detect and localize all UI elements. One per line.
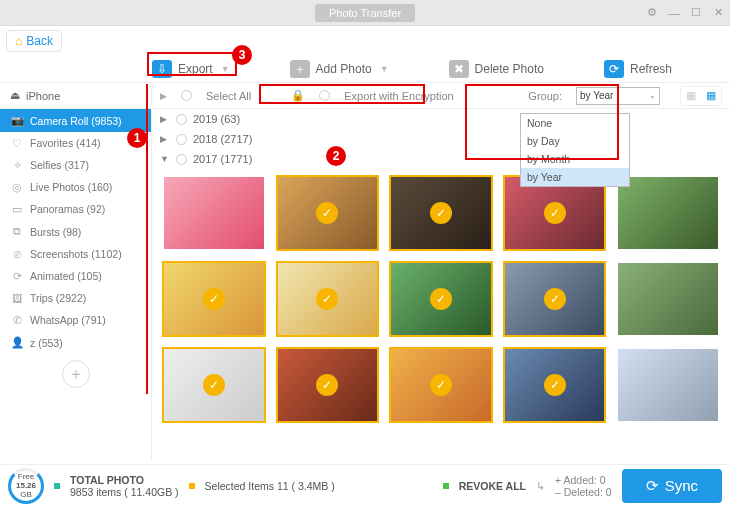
sidebar-item[interactable]: ⧉Bursts (98) <box>0 220 151 243</box>
check-icon: ✓ <box>430 202 452 224</box>
lock-icon: 🔒 <box>291 89 305 102</box>
group-label: Group: <box>528 90 562 102</box>
device-label: iPhone <box>26 90 60 102</box>
add-album-button[interactable]: ＋ <box>62 360 90 388</box>
photo-thumb[interactable] <box>616 347 720 423</box>
delete-photo-label: Delete Photo <box>475 62 544 76</box>
revoke-all-button[interactable]: REVOKE ALL <box>459 480 526 492</box>
refresh-button[interactable]: ⟳ Refresh <box>604 60 672 78</box>
add-photo-label: Add Photo <box>316 62 372 76</box>
back-button[interactable]: ⌂ Back <box>6 30 62 52</box>
dot-icon <box>443 483 449 489</box>
photo-thumb[interactable]: ✓ <box>276 347 380 423</box>
sidebar-item[interactable]: ✧Selfies (317) <box>0 154 151 176</box>
group-select[interactable]: by Year ⌄ <box>576 87 660 105</box>
photo-thumb[interactable]: ✓ <box>503 347 607 423</box>
dot-icon <box>54 483 60 489</box>
annotation-badge: 2 <box>326 146 346 166</box>
sidebar-item-label: Bursts (98) <box>30 226 81 238</box>
sidebar-item-label: Favorites (414) <box>30 137 101 149</box>
photo-thumb[interactable]: ✓ <box>276 175 380 251</box>
album-icon: ♡ <box>10 137 24 149</box>
encrypt-checkbox[interactable] <box>319 90 330 101</box>
view-large-icon[interactable]: ▦ <box>681 87 701 105</box>
year-checkbox[interactable] <box>176 114 187 125</box>
chevron-down-icon: ⌄ <box>649 91 656 100</box>
album-icon: ▭ <box>10 203 24 215</box>
sync-button[interactable]: ⟳ Sync <box>622 469 722 503</box>
sidebar-item[interactable]: 🖼Trips (2922) <box>0 287 151 309</box>
photo-thumb[interactable] <box>616 261 720 337</box>
photo-thumb[interactable] <box>616 175 720 251</box>
expand-all-icon[interactable]: ▶ <box>160 91 167 101</box>
delete-photo-icon: ✖ <box>449 60 469 78</box>
check-icon: ✓ <box>430 374 452 396</box>
chevron-down-icon: ▼ <box>221 64 230 74</box>
photo-thumb[interactable] <box>162 175 266 251</box>
sidebar-item[interactable]: ⟳Animated (105) <box>0 265 151 287</box>
close-icon[interactable]: ✕ <box>710 5 726 21</box>
album-icon: ◎ <box>10 181 24 193</box>
group-option[interactable]: by Month <box>521 150 629 168</box>
chevron-icon: ▶ <box>160 114 170 124</box>
photo-thumb[interactable]: ✓ <box>389 347 493 423</box>
photo-thumb[interactable]: ✓ <box>162 347 266 423</box>
annotation-badge: 1 <box>127 128 147 148</box>
sync-icon: ⟳ <box>646 477 659 495</box>
photo-thumb[interactable]: ✓ <box>162 261 266 337</box>
chevron-icon: ▼ <box>160 154 170 164</box>
chevron-down-icon: ▼ <box>380 64 389 74</box>
deleted-count: Deleted: 0 <box>564 486 612 498</box>
year-label: 2019 (63) <box>193 113 240 125</box>
check-icon: ✓ <box>316 288 338 310</box>
year-row[interactable]: ▶2019 (63) <box>152 109 730 129</box>
group-option[interactable]: None <box>521 114 629 132</box>
year-row[interactable]: ▶2018 (2717) <box>152 129 730 149</box>
select-all-checkbox[interactable] <box>181 90 192 101</box>
sidebar-item-label: Camera Roll (9853) <box>30 115 122 127</box>
minimize-icon[interactable]: — <box>666 5 682 21</box>
year-row[interactable]: ▼2017 (1771) <box>152 149 730 169</box>
year-checkbox[interactable] <box>176 154 187 165</box>
sidebar-item[interactable]: ⎚Screenshots (1102) <box>0 243 151 265</box>
annotation-badge: 3 <box>232 45 252 65</box>
photo-thumb[interactable]: ✓ <box>389 261 493 337</box>
sidebar-item[interactable]: ▭Panoramas (92) <box>0 198 151 220</box>
add-photo-button[interactable]: ＋ Add Photo ▼ <box>290 60 389 78</box>
sidebar-item[interactable]: ◎Live Photos (160) <box>0 176 151 198</box>
album-icon: 👤 <box>10 336 24 349</box>
year-label: 2018 (2717) <box>193 133 252 145</box>
photo-thumb[interactable]: ✓ <box>276 261 380 337</box>
check-icon: ✓ <box>203 288 225 310</box>
sidebar-item[interactable]: 👤z (553) <box>0 331 151 354</box>
sidebar-item-label: Selfies (317) <box>30 159 89 171</box>
encrypt-label: Export with Encryption <box>344 90 453 102</box>
export-button[interactable]: ⇩ Export ▼ <box>152 60 230 78</box>
sidebar-item[interactable]: 📷Camera Roll (9853) <box>0 109 151 132</box>
photo-thumb[interactable]: ✓ <box>503 261 607 337</box>
view-grid-icon[interactable]: ▦ <box>701 87 721 105</box>
check-icon: ✓ <box>544 202 566 224</box>
title-bar: Photo Transfer ⚙ — ☐ ✕ <box>0 0 730 26</box>
album-icon: ⎚ <box>10 248 24 260</box>
check-icon: ✓ <box>316 374 338 396</box>
group-option[interactable]: by Year <box>521 168 629 186</box>
check-icon: ✓ <box>203 374 225 396</box>
sidebar-item[interactable]: ✆WhatsApp (791) <box>0 309 151 331</box>
group-option[interactable]: by Day <box>521 132 629 150</box>
year-label: 2017 (1771) <box>193 153 252 165</box>
check-icon: ✓ <box>544 374 566 396</box>
sync-label: Sync <box>665 477 698 494</box>
sidebar-item-label: z (553) <box>30 337 63 349</box>
sidebar-item-label: Screenshots (1102) <box>30 248 122 260</box>
settings-icon[interactable]: ⚙ <box>644 5 660 21</box>
annotation-line <box>146 84 148 394</box>
year-checkbox[interactable] <box>176 134 187 145</box>
delete-photo-button[interactable]: ✖ Delete Photo <box>449 60 544 78</box>
sidebar-item-label: Live Photos (160) <box>30 181 112 193</box>
device-row[interactable]: ⏏ iPhone <box>0 83 151 109</box>
group-value: by Year <box>580 90 613 101</box>
filter-bar: ▶ Select All 🔒 Export with Encryption Gr… <box>152 83 730 109</box>
photo-thumb[interactable]: ✓ <box>389 175 493 251</box>
maximize-icon[interactable]: ☐ <box>688 5 704 21</box>
